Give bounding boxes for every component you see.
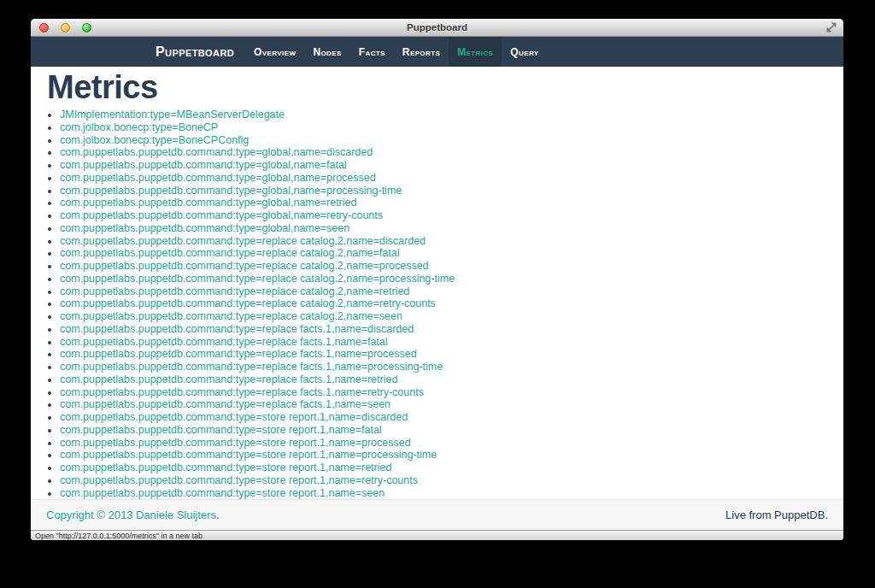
metric-link[interactable]: com.puppetlabs.puppetdb.command:type=rep… (60, 348, 417, 360)
metric-link[interactable]: com.puppetlabs.puppetdb.command:type=rep… (60, 398, 391, 410)
copyright-text: Copyright © 2013 Daniele Sluijters. (46, 509, 220, 521)
metric-link[interactable]: com.puppetlabs.puppetdb.command:type=rep… (60, 297, 436, 309)
metric-list-item: com.jolbox.bonecp:type=BoneCPConfig (60, 134, 827, 147)
close-window-button[interactable] (39, 23, 49, 32)
metric-list-item: com.puppetlabs.puppetdb.command:type=rep… (60, 373, 827, 386)
metric-list-item: com.puppetlabs.puppetdb.command:type=glo… (60, 209, 827, 222)
metric-list-item: com.puppetlabs.puppetdb.command:type=rep… (60, 260, 827, 273)
metric-list-item: com.puppetlabs.puppetdb.command:type=sto… (60, 437, 827, 450)
metrics-list: JMImplementation:type=MBeanServerDelegat… (47, 109, 827, 499)
metric-list-item: com.puppetlabs.puppetdb.command:type=rep… (60, 348, 827, 361)
metric-list-item: com.puppetlabs.puppetdb.command:type=glo… (60, 197, 827, 209)
copyright-link[interactable]: Copyright © 2013 Daniele Sluijters (46, 509, 216, 521)
metric-link[interactable]: com.puppetlabs.puppetdb.command:type=rep… (60, 386, 424, 398)
metric-list-item: com.puppetlabs.puppetdb.command:type=glo… (60, 172, 827, 185)
metric-link[interactable]: com.puppetlabs.puppetdb.command:type=rep… (60, 310, 402, 322)
nav-item-metrics[interactable]: Metrics (449, 37, 502, 67)
metric-list-item: com.puppetlabs.puppetdb.command:type=sto… (60, 424, 827, 437)
metric-link[interactable]: com.puppetlabs.puppetdb.command:type=rep… (60, 323, 414, 335)
fullscreen-resize-icon[interactable] (826, 22, 837, 32)
metric-link[interactable]: com.puppetlabs.puppetdb.command:type=sto… (60, 487, 385, 499)
metric-link[interactable]: com.puppetlabs.puppetdb.command:type=rep… (60, 260, 429, 272)
metric-list-item: com.jolbox.bonecp:type=BoneCP (60, 121, 827, 134)
metric-link[interactable]: com.puppetlabs.puppetdb.command:type=rep… (60, 373, 397, 385)
metric-list-item: com.puppetlabs.puppetdb.command:type=rep… (60, 297, 827, 310)
metric-link[interactable]: com.puppetlabs.puppetdb.command:type=sto… (60, 424, 382, 436)
navbar-brand[interactable]: Puppetboard (156, 37, 234, 67)
metric-list-item: com.puppetlabs.puppetdb.command:type=rep… (60, 273, 827, 285)
nav-item-query[interactable]: Query (502, 37, 547, 67)
metric-list-item: com.puppetlabs.puppetdb.command:type=glo… (60, 185, 827, 197)
metric-list-item: com.puppetlabs.puppetdb.command:type=glo… (60, 222, 827, 235)
metric-link[interactable]: com.puppetlabs.puppetdb.command:type=glo… (60, 222, 349, 234)
metric-link[interactable]: com.puppetlabs.puppetdb.command:type=glo… (60, 159, 347, 171)
metric-link[interactable]: com.puppetlabs.puppetdb.command:type=glo… (60, 146, 373, 158)
window-titlebar: Puppetboard (31, 19, 843, 37)
metric-link[interactable]: com.puppetlabs.puppetdb.command:type=glo… (60, 185, 402, 197)
metric-link[interactable]: com.puppetlabs.puppetdb.command:type=rep… (60, 247, 400, 259)
metric-link[interactable]: com.puppetlabs.puppetdb.command:type=sto… (60, 411, 408, 423)
nav-item-reports[interactable]: Reports (394, 37, 449, 67)
metric-list-item: com.puppetlabs.puppetdb.command:type=glo… (60, 159, 827, 172)
live-from-puppetdb-label: Live from PuppetDB. (725, 509, 828, 521)
page-title: Metrics (47, 70, 827, 104)
metric-list-item: com.puppetlabs.puppetdb.command:type=rep… (60, 310, 827, 323)
minimize-window-button[interactable] (61, 23, 70, 32)
metric-link[interactable]: JMImplementation:type=MBeanServerDelegat… (60, 109, 285, 121)
metric-list-item: com.puppetlabs.puppetdb.command:type=sto… (60, 411, 827, 424)
metric-link[interactable]: com.puppetlabs.puppetdb.command:type=rep… (60, 285, 409, 297)
metric-link[interactable]: com.puppetlabs.puppetdb.command:type=rep… (60, 273, 455, 285)
metric-list-item: com.puppetlabs.puppetdb.command:type=rep… (60, 247, 827, 260)
metric-link[interactable]: com.puppetlabs.puppetdb.command:type=glo… (60, 209, 383, 221)
browser-window: Puppetboard Puppetboard OverviewNodesFac… (31, 19, 843, 540)
nav-item-overview[interactable]: Overview (245, 37, 304, 67)
metric-link[interactable]: com.puppetlabs.puppetdb.command:type=sto… (60, 474, 418, 486)
copyright-period: . (216, 509, 220, 521)
metric-list-item: com.puppetlabs.puppetdb.command:type=sto… (60, 449, 827, 462)
navbar-items: OverviewNodesFactsReportsMetricsQuery (245, 37, 548, 67)
nav-item-facts[interactable]: Facts (350, 37, 394, 67)
metric-link[interactable]: com.puppetlabs.puppetdb.command:type=glo… (60, 172, 376, 184)
main-content: Metrics JMImplementation:type=MBeanServe… (31, 67, 843, 499)
metric-link[interactable]: com.puppetlabs.puppetdb.command:type=sto… (60, 437, 411, 449)
metric-list-item: com.puppetlabs.puppetdb.command:type=rep… (60, 386, 827, 399)
window-title: Puppetboard (407, 22, 467, 32)
page-footer: Copyright © 2013 Daniele Sluijters. Live… (31, 499, 843, 530)
zoom-window-button[interactable] (82, 23, 91, 32)
metric-link[interactable]: com.puppetlabs.puppetdb.command:type=sto… (60, 462, 391, 473)
metric-list-item: com.puppetlabs.puppetdb.command:type=sto… (60, 474, 827, 487)
metric-list-item: com.puppetlabs.puppetdb.command:type=rep… (60, 323, 827, 336)
metric-list-item: com.puppetlabs.puppetdb.command:type=rep… (60, 285, 827, 298)
metric-list-item: JMImplementation:type=MBeanServerDelegat… (60, 109, 827, 121)
metric-list-item: com.puppetlabs.puppetdb.command:type=rep… (60, 235, 827, 248)
nav-item-nodes[interactable]: Nodes (304, 37, 349, 67)
browser-statusbar: Open "http://127.0.0.1:5000/metrics" in … (31, 530, 843, 540)
metric-list-item: com.puppetlabs.puppetdb.command:type=rep… (60, 361, 827, 373)
metric-link[interactable]: com.puppetlabs.puppetdb.command:type=rep… (60, 336, 388, 348)
metric-list-item: com.puppetlabs.puppetdb.command:type=rep… (60, 398, 827, 411)
traffic-lights (39, 19, 91, 36)
metric-link[interactable]: com.puppetlabs.puppetdb.command:type=glo… (60, 197, 356, 209)
metric-link[interactable]: com.jolbox.bonecp:type=BoneCP (60, 121, 218, 133)
metric-link[interactable]: com.jolbox.bonecp:type=BoneCPConfig (60, 134, 249, 146)
statusbar-link-preview: Open "http://127.0.0.1:5000/metrics" in … (35, 532, 203, 540)
app-navbar: Puppetboard OverviewNodesFactsReportsMet… (31, 37, 843, 67)
metric-list-item: com.puppetlabs.puppetdb.command:type=sto… (60, 487, 827, 500)
metric-list-item: com.puppetlabs.puppetdb.command:type=rep… (60, 336, 827, 349)
metric-list-item: com.puppetlabs.puppetdb.command:type=glo… (60, 146, 827, 159)
metric-link[interactable]: com.puppetlabs.puppetdb.command:type=rep… (60, 361, 443, 373)
metric-list-item: com.puppetlabs.puppetdb.command:type=sto… (60, 462, 827, 474)
metric-link[interactable]: com.puppetlabs.puppetdb.command:type=sto… (60, 449, 437, 461)
metric-link[interactable]: com.puppetlabs.puppetdb.command:type=rep… (60, 235, 426, 247)
